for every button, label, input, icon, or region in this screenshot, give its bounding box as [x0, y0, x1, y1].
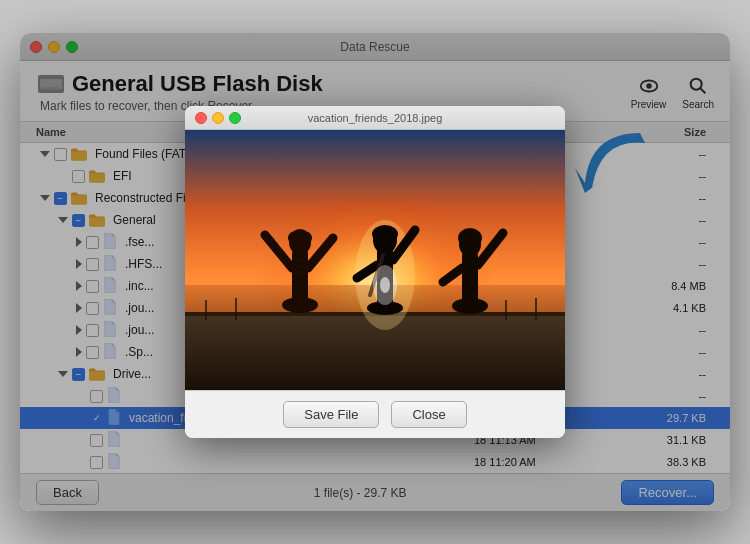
modal-image — [185, 130, 565, 390]
preview-modal-overlay: vacation_friends_2018.jpeg — [20, 33, 730, 511]
svg-point-36 — [458, 228, 482, 248]
svg-point-19 — [288, 230, 312, 246]
modal-title: vacation_friends_2018.jpeg — [308, 112, 443, 124]
modal-footer: Save File Close — [185, 390, 565, 438]
save-file-button[interactable]: Save File — [283, 401, 379, 428]
svg-rect-12 — [205, 300, 207, 320]
modal-min-light[interactable] — [212, 112, 224, 124]
svg-rect-13 — [235, 298, 237, 320]
preview-modal: vacation_friends_2018.jpeg — [185, 106, 565, 438]
modal-close-light[interactable] — [195, 112, 207, 124]
svg-point-40 — [380, 277, 390, 293]
svg-point-29 — [372, 225, 398, 243]
close-modal-button[interactable]: Close — [391, 401, 466, 428]
svg-rect-15 — [535, 298, 537, 320]
svg-rect-34 — [462, 252, 478, 306]
svg-rect-17 — [292, 250, 308, 305]
modal-traffic-lights — [195, 112, 241, 124]
modal-titlebar: vacation_friends_2018.jpeg — [185, 106, 565, 130]
main-window: Data Rescue General USB Flash Disk Mark … — [20, 33, 730, 511]
modal-max-light[interactable] — [229, 112, 241, 124]
photo-svg — [185, 130, 565, 390]
svg-rect-14 — [505, 300, 507, 320]
